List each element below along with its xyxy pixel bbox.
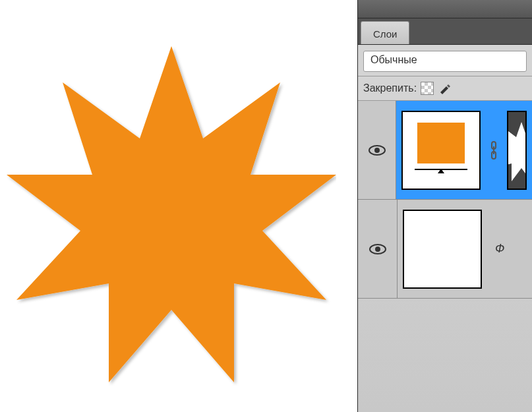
- blend-mode-row: Обычные: [358, 47, 532, 76]
- layer-name[interactable]: Ф: [487, 242, 504, 256]
- canvas-area[interactable]: [0, 0, 356, 412]
- layer-thumbnails[interactable]: Ф: [398, 200, 532, 298]
- layer-thumbnails[interactable]: [396, 101, 532, 199]
- svg-point-8: [375, 247, 380, 252]
- svg-marker-0: [7, 46, 336, 382]
- svg-point-2: [374, 148, 380, 153]
- layers-panel: Слои Обычные Закрепить:: [357, 0, 532, 412]
- panel-body: Обычные Закрепить:: [358, 45, 532, 412]
- eye-icon: [368, 144, 386, 157]
- lock-transparency-icon[interactable]: [421, 82, 434, 95]
- star-shape[interactable]: [7, 46, 336, 402]
- lock-label: Закрепить:: [363, 82, 417, 94]
- svg-marker-6: [507, 122, 527, 181]
- lock-row: Закрепить:: [358, 76, 532, 101]
- layer-row-background[interactable]: Ф: [358, 200, 532, 299]
- panel-topbar: [358, 0, 532, 18]
- mask-thumbnail[interactable]: [507, 111, 527, 190]
- fill-swatch: [417, 123, 465, 163]
- blend-mode-select[interactable]: Обычные: [363, 51, 527, 72]
- visibility-toggle[interactable]: [358, 200, 398, 298]
- layers-list: Ф: [358, 101, 532, 299]
- adjustment-slider-icon: [415, 169, 467, 175]
- fill-thumbnail[interactable]: [401, 111, 481, 190]
- visibility-toggle[interactable]: [358, 101, 396, 199]
- layer-row-fill[interactable]: [358, 101, 532, 200]
- panel-tabs: Слои: [358, 18, 532, 45]
- eye-icon: [369, 243, 387, 256]
- lock-pixels-icon[interactable]: [438, 82, 451, 95]
- link-icon[interactable]: [486, 140, 502, 160]
- background-thumbnail[interactable]: [403, 210, 482, 289]
- tab-layers[interactable]: Слои: [361, 21, 409, 44]
